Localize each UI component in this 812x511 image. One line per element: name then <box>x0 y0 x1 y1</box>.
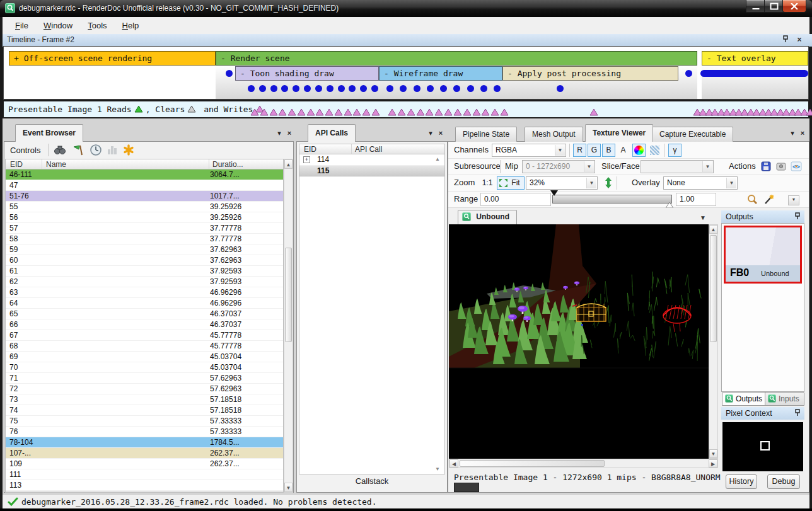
scroll-up-icon[interactable]: ▲ <box>284 159 293 169</box>
event-row[interactable]: 115=> vkQueueSubmit(1)[0]: vkBeginComman… <box>6 491 283 493</box>
scroll-up-icon[interactable]: ▲ <box>709 225 717 234</box>
event-row[interactable]: 46-111−Render scene3064.7... <box>6 169 283 180</box>
event-row[interactable]: 71Draw "chest box"57.62963 <box>6 373 283 384</box>
event-row[interactable]: 65Draw "blue mushroom caps"46.37037 <box>6 309 283 319</box>
view-code-button[interactable]: <> <box>789 160 803 173</box>
col-name[interactable]: Name <box>46 160 66 169</box>
overlay-select[interactable]: None▼ <box>663 176 738 190</box>
scroll-down-icon[interactable]: ▼ <box>284 483 293 492</box>
event-row[interactable]: 61Draw "tree"37.92593 <box>6 266 283 277</box>
event-row[interactable]: 63Draw "mushroom stems"46.96296 <box>6 287 283 298</box>
scroll-left-icon[interactable]: ◀ <box>450 459 458 468</box>
event-row[interactable]: 78-104+Wireframe draw1784.5... <box>6 437 283 448</box>
col-api-call[interactable]: API Call <box>355 145 382 154</box>
api-call-row[interactable]: +114vkQueueSubmit <box>299 154 444 166</box>
event-row[interactable]: 66vkCmdDrawIndexed(2193,1)46.37037 <box>6 319 283 330</box>
timeline-bar[interactable]: - Toon shading draw <box>235 66 379 81</box>
callstack-label[interactable]: Callstack <box>296 476 448 486</box>
event-row[interactable]: 68vkCmdDrawIndexed(1677,1)45.77778 <box>6 341 283 352</box>
timeline-bar[interactable]: - Render scene <box>216 51 697 66</box>
timeline-bar[interactable]: - Wireframe draw <box>379 66 502 81</box>
event-row[interactable]: 60vkCmdDrawIndexed(60,1)37.62963 <box>6 255 283 266</box>
api-scroll-up-icon[interactable]: ▲ <box>435 156 440 162</box>
texture-group-tab[interactable]: Pipeline State <box>455 127 517 142</box>
range-white-handle[interactable] <box>666 202 673 208</box>
event-row[interactable]: 107-...−Apply post processing262.37... <box>6 448 283 459</box>
checkerboard-button[interactable] <box>648 144 661 157</box>
auto-range-button[interactable] <box>762 193 775 206</box>
event-browser-close-icon[interactable]: × <box>285 129 294 137</box>
event-row[interactable]: 55Draw "hill"39.25926 <box>6 202 283 212</box>
debug-button[interactable]: Debug <box>767 474 800 489</box>
col-eid[interactable]: EID <box>10 160 23 169</box>
api-table-header[interactable]: EID API Call <box>299 144 445 154</box>
mip-select[interactable]: 0 - 1272x690▼ <box>522 160 595 173</box>
open-image-button[interactable] <box>774 160 788 173</box>
range-min-input[interactable]: 0.00 <box>480 193 551 206</box>
menu-item[interactable]: Help <box>115 17 147 30</box>
col-duration[interactable]: Duratio... <box>212 160 243 169</box>
texture-group-tab[interactable]: Texture Viewer <box>585 124 653 142</box>
event-row[interactable]: 113=> vkQueueSubmit(2)[1]: vkEndCommandB… <box>6 480 283 491</box>
timeline-close-icon[interactable]: × <box>795 35 804 44</box>
event-row[interactable]: 73Draw "chest fittings"57.18518 <box>6 394 283 405</box>
pin-icon[interactable] <box>793 409 802 418</box>
menu-item[interactable]: Tools <box>80 17 114 30</box>
event-browser-scrollbar[interactable]: ▲ ▼ <box>284 159 293 493</box>
event-browser-rows[interactable]: 46-111−Render scene3064.7...47vkCmdBegin… <box>5 169 284 493</box>
event-row[interactable]: 109vkCmdDraw(4,1)262.37... <box>6 459 283 469</box>
pin-icon[interactable] <box>781 35 790 44</box>
timeline-bar[interactable]: + Off-screen scene rendering <box>9 51 216 66</box>
autofit-range-button[interactable] <box>745 193 759 206</box>
timeline-panel[interactable]: + Off-screen scene rendering- Render sce… <box>3 46 809 100</box>
texture-image[interactable] <box>449 224 709 459</box>
event-row[interactable]: 59Draw "cave"37.62963 <box>6 244 283 255</box>
channel-b-button[interactable]: B <box>602 144 615 157</box>
statistics-button[interactable] <box>106 144 119 158</box>
pixel-context-view[interactable] <box>722 422 803 471</box>
tab-inputs[interactable]: Inputs <box>765 392 804 406</box>
api-scroll-down-icon[interactable]: ▼ <box>435 466 440 472</box>
event-row[interactable]: 62vkCmdDrawIndexed(342,1)37.92593 <box>6 277 283 287</box>
event-row[interactable]: 72vkCmdDrawIndexed(12144,1)57.62963 <box>6 384 283 394</box>
pin-icon[interactable] <box>793 212 802 221</box>
range-max-input[interactable]: 1.00 <box>676 193 716 206</box>
api-calls-rows[interactable]: +114vkQueueSubmit115=> vkQueueSubmit(1)[… <box>299 154 445 474</box>
gamma-button[interactable]: γ <box>668 144 682 157</box>
viewport-vscrollbar[interactable]: ▲ ▼ <box>709 224 718 459</box>
range-black-handle[interactable] <box>550 190 558 196</box>
timeline-bar[interactable]: - Text overlay <box>702 51 808 66</box>
api-calls-menu-icon[interactable]: ▾ <box>426 129 435 137</box>
zoom-level-select[interactable]: 32%▼ <box>526 176 598 190</box>
col-api-eid[interactable]: EID <box>304 145 316 154</box>
event-row[interactable]: 76vkCmdDrawIndexed(1098,1)57.33333 <box>6 427 283 437</box>
texture-group-tab[interactable]: Capture Executable <box>652 127 733 142</box>
event-row[interactable]: 111vkCmdEndRenderPass(C=Store, D=Store, … <box>6 469 283 480</box>
channel-a-button[interactable]: A <box>617 144 630 157</box>
event-row[interactable]: 69Draw "grass blades"45.03704 <box>6 352 283 362</box>
tab-api-calls[interactable]: API Calls <box>308 124 356 142</box>
texture-group-tab[interactable]: Mesh Output <box>525 127 583 142</box>
event-row[interactable]: 58vkCmdDrawIndexed(120,1)37.77778 <box>6 234 283 244</box>
output-thumbnail-fb0[interactable]: FB0 Unbound <box>724 226 802 284</box>
menu-item[interactable]: File <box>8 17 36 30</box>
api-calls-close-icon[interactable]: × <box>436 129 445 137</box>
range-slider[interactable] <box>552 195 672 204</box>
jump-to-event-button[interactable] <box>72 144 84 158</box>
texture-tab-list-icon[interactable]: ▼ <box>700 214 706 221</box>
scrollbar-thumb[interactable] <box>710 235 717 342</box>
close-button[interactable] <box>782 0 806 13</box>
find-event-button[interactable] <box>53 144 67 158</box>
texture-tab-unbound[interactable]: Unbound <box>458 210 517 224</box>
save-texture-button[interactable] <box>759 160 773 173</box>
viewport-hscrollbar[interactable]: ◀ ▶ <box>449 459 718 468</box>
maximize-button[interactable] <box>764 0 784 13</box>
event-row[interactable]: 74vkCmdDrawIndexed(138,1)57.18518 <box>6 405 283 416</box>
event-row[interactable]: 64vkCmdDrawIndexed(1062,1)46.96296 <box>6 298 283 309</box>
toolbar-overflow-button[interactable]: ▼ <box>788 195 799 205</box>
scroll-down-icon[interactable]: ▼ <box>709 449 717 458</box>
texture-viewer-menu-icon[interactable]: ▾ <box>788 129 797 137</box>
zoom-fit-button[interactable]: Fit <box>497 176 525 190</box>
event-browser-menu-icon[interactable]: ▾ <box>275 129 284 137</box>
history-button[interactable]: History <box>726 474 757 489</box>
